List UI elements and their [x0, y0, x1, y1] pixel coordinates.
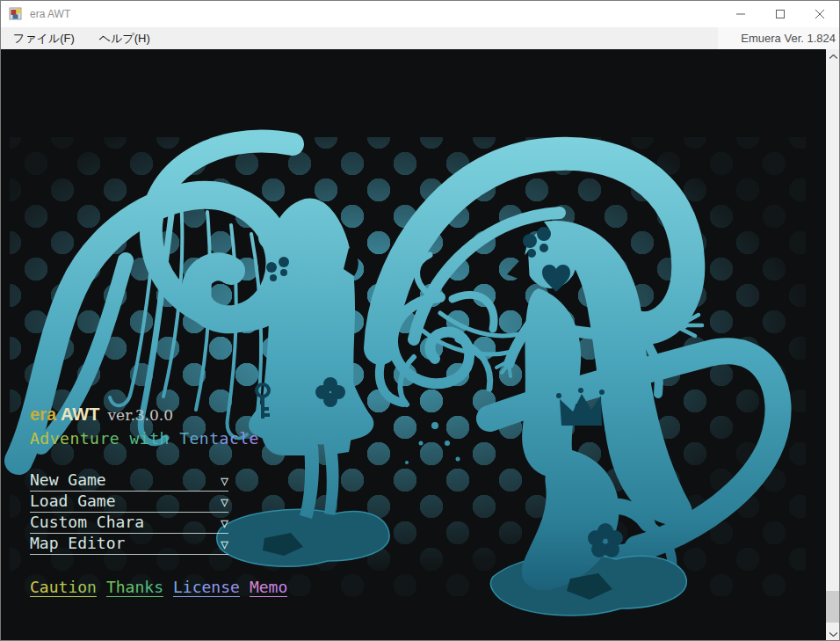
game-logo: eraAWTver.3.0.0	[30, 404, 173, 425]
dropdown-arrow-icon: ▽	[221, 535, 228, 554]
app-window-icon	[9, 7, 23, 21]
footer-links: Caution Thanks License Memo	[30, 578, 287, 597]
main-menu: New Game ▽ Load Game ▽ Custom Chara ▽ Ma…	[30, 470, 228, 555]
logo-version: ver.3.0.0	[107, 406, 173, 424]
scroll-down-button[interactable]	[826, 627, 840, 641]
maximize-icon	[776, 10, 785, 18]
link-memo[interactable]: Memo	[250, 578, 287, 597]
menu-new-game[interactable]: New Game ▽	[30, 470, 228, 492]
link-thanks[interactable]: Thanks	[106, 578, 163, 597]
menu-help[interactable]: ヘルプ(H)	[87, 27, 163, 49]
scroll-up-button[interactable]	[826, 49, 840, 64]
menu-custom-chara[interactable]: Custom Chara ▽	[30, 513, 228, 534]
menu-load-game[interactable]: Load Game ▽	[30, 492, 228, 513]
dropdown-arrow-icon: ▽	[221, 492, 228, 512]
chevron-up-icon	[829, 55, 837, 59]
menu-label: Map Editor	[30, 534, 125, 553]
game-console: eraAWTver.3.0.0 Adventure with Tentacle …	[1, 49, 840, 641]
menu-map-editor[interactable]: Map Editor ▽	[30, 534, 228, 555]
close-button[interactable]	[800, 1, 839, 27]
app-window: era AWT ファイル(F) ヘルプ(H) Emuera Ver. 1.824	[0, 0, 840, 641]
minimize-button[interactable]	[721, 1, 760, 27]
game-subtitle: Adventure with Tentacle	[30, 429, 259, 448]
dropdown-arrow-icon: ▽	[221, 514, 228, 533]
link-caution[interactable]: Caution	[30, 578, 97, 597]
dropdown-arrow-icon: ▽	[221, 471, 228, 491]
logo-era: era	[30, 404, 56, 424]
minimize-icon	[736, 10, 745, 18]
menu-file[interactable]: ファイル(F)	[1, 27, 87, 49]
window-title: era AWT	[30, 8, 721, 20]
vertical-scrollbar[interactable]	[826, 49, 840, 641]
link-license[interactable]: License	[173, 578, 240, 597]
emuera-version-label: Emuera Ver. 1.824	[718, 27, 839, 49]
chevron-down-icon	[829, 632, 837, 637]
title-bar: era AWT	[1, 1, 839, 27]
scrollbar-thumb[interactable]	[826, 591, 840, 623]
maximize-button[interactable]	[760, 1, 800, 27]
menu-label: Custom Chara	[30, 513, 144, 532]
menu-label: Load Game	[30, 492, 116, 511]
close-icon	[815, 10, 824, 18]
logo-awt: AWT	[61, 404, 99, 424]
menu-bar: ファイル(F) ヘルプ(H) Emuera Ver. 1.824	[1, 27, 839, 49]
menu-label: New Game	[30, 470, 106, 490]
